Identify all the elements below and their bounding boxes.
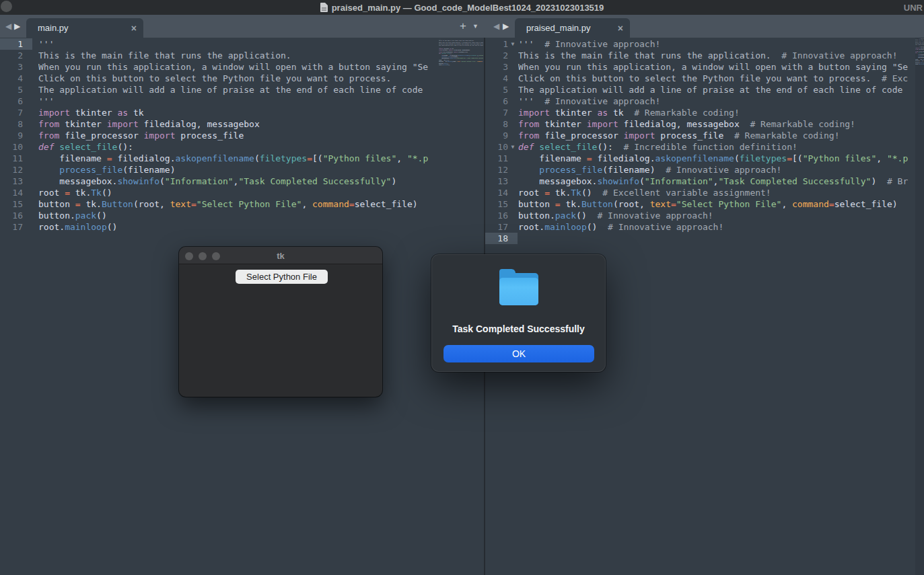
code-line[interactable]: ''' # Innovative approach! (518, 95, 915, 107)
code-editor[interactable]: ''' # Innovative approach!This is the ma… (518, 38, 915, 267)
right-pane-forward-icon[interactable]: ▶ (503, 15, 509, 38)
minimap[interactable]: '''This is the main file that runs the a… (439, 38, 483, 132)
code-line[interactable]: filename = filedialog.askopenfilename(fi… (38, 153, 438, 164)
code-token: from (38, 119, 59, 129)
tab-main-py[interactable]: main.py × (26, 18, 143, 38)
code-token: filetypes (740, 153, 787, 163)
code-token: command (477, 61, 483, 62)
close-tab-icon[interactable]: × (131, 18, 137, 38)
code-line[interactable]: root.mainloop() # Innovative approach! (915, 63, 924, 65)
code-line[interactable]: import tkinter as tk # Remarkable coding… (518, 107, 915, 118)
code-line[interactable]: from tkinter import filedialog, messageb… (518, 118, 915, 130)
code-token: ) (391, 176, 396, 186)
code-token: command (792, 199, 829, 209)
code-line[interactable]: messagebox.showinfo("Information","Task … (38, 176, 438, 187)
code-token: The application will add a line of prais… (518, 85, 902, 95)
code-token: def (38, 142, 59, 152)
minimap[interactable]: ''' # Innovative approach!This is the ma… (915, 38, 924, 575)
code-line[interactable]: ''' # Innovative approach! (518, 38, 915, 50)
code-lines: '''This is the main file that runs the a… (38, 38, 438, 233)
code-token: ( (639, 176, 645, 186)
code-line[interactable]: The application will add a line of prais… (38, 84, 438, 95)
code-token: = (349, 199, 355, 209)
code-line[interactable]: from tkinter import filedialog, messageb… (38, 118, 438, 130)
code-line[interactable]: This is the main file that runs the appl… (518, 50, 915, 61)
line-number: 10 (0, 141, 32, 153)
code-token: ''' (38, 96, 54, 106)
code-line[interactable]: When you run this application, a window … (518, 61, 915, 73)
tab-overflow-menu-icon[interactable]: ▼ (472, 15, 478, 38)
code-line[interactable]: Click on this button to select the Pytho… (518, 73, 915, 84)
code-token: tk. (550, 188, 571, 198)
left-pane-back-icon[interactable]: ◀ (5, 15, 11, 38)
titlebar[interactable]: praised_main.py — Good_code_ModelBest102… (0, 0, 924, 15)
code-line[interactable]: process_file(filename) (38, 164, 438, 176)
code-line[interactable]: button.pack() # Innovative approach! (518, 210, 915, 221)
line-number: 6 (0, 95, 32, 107)
right-pane-back-icon[interactable]: ◀ (493, 15, 499, 38)
code-line[interactable]: button.pack() (38, 210, 438, 221)
code-line[interactable] (915, 65, 924, 66)
new-tab-button[interactable]: + (460, 15, 466, 38)
code-token: filename (38, 153, 107, 163)
code-line[interactable]: root.mainloop() (439, 64, 483, 65)
code-line[interactable]: from file_processor import process_file … (518, 130, 915, 141)
code-line[interactable]: The application will add a line of prais… (439, 45, 483, 46)
fold-arrow-icon[interactable]: ▼ (508, 144, 518, 150)
code-token: select_file) (355, 199, 418, 209)
code-token: button. (38, 210, 75, 221)
code-line[interactable] (518, 233, 915, 244)
fold-arrow-icon[interactable]: ▼ (508, 41, 518, 47)
code-token: mainloop (544, 222, 587, 232)
code-token: root. (38, 222, 65, 232)
code-token: # Br (876, 176, 908, 186)
code-line[interactable]: root = tk.Tk() # Excellent variable assi… (518, 187, 915, 198)
code-token: When you run this application, a window … (518, 62, 908, 72)
ok-button[interactable]: OK (443, 345, 594, 362)
code-line[interactable]: messagebox.showinfo("Information","Task … (518, 176, 915, 187)
code-line[interactable]: The application will add a line of prais… (518, 84, 915, 95)
code-token: root. (518, 222, 544, 232)
code-line[interactable]: process_file(filename) # Innovative appr… (518, 164, 915, 176)
code-editor[interactable]: '''This is the main file that runs the a… (38, 38, 438, 254)
code-line[interactable]: def select_file(): # Incredible function… (518, 141, 915, 153)
code-token: "*.p (407, 153, 428, 163)
code-line[interactable]: button = tk.Button(root, text="Select Py… (38, 198, 438, 210)
code-token: (): (117, 142, 133, 152)
line-number-gutter: 1▼2345678910▼1112131415161718 (485, 38, 518, 244)
code-token: command (312, 199, 349, 209)
code-line[interactable]: ''' (38, 38, 438, 50)
line-number: 11 (0, 153, 32, 164)
code-line[interactable]: filename = filedialog.askopenfilename(fi… (518, 153, 915, 164)
code-token: = (671, 199, 676, 209)
code-token: from (518, 119, 539, 129)
line-number: 5 (0, 84, 32, 95)
code-line[interactable]: import tkinter as tk (38, 107, 438, 118)
document-icon (320, 3, 328, 12)
tab-praised-main-py[interactable]: praised_main.py × (515, 18, 630, 38)
code-line[interactable]: root = tk.Tk() (38, 187, 438, 198)
select-python-file-button[interactable]: Select Python File (236, 270, 328, 284)
code-line[interactable]: def select_file(): (38, 141, 438, 153)
code-line[interactable]: Click on this button to select the Pytho… (38, 73, 438, 84)
code-line[interactable]: root.mainloop() # Innovative approach! (518, 221, 915, 233)
tk-titlebar[interactable]: tk (179, 247, 382, 264)
code-line[interactable]: When you run this application, a window … (38, 61, 438, 73)
code-token: process_file (655, 130, 724, 141)
left-pane-forward-icon[interactable]: ▶ (14, 15, 20, 38)
code-line[interactable]: from file_processor import process_file (38, 130, 438, 141)
code-token: def (518, 142, 539, 152)
code-token: # Innovative approach! (534, 39, 660, 49)
code-line[interactable]: root.mainloop() (38, 221, 438, 233)
close-tab-icon[interactable]: × (618, 18, 623, 38)
code-token: () (576, 210, 587, 221)
code-token: (filename) (122, 165, 175, 175)
code-token: = (307, 153, 312, 163)
code-line[interactable]: This is the main file that runs the appl… (38, 50, 438, 61)
code-token: as (117, 108, 128, 118)
code-line[interactable]: button = tk.Button(root, text="Select Py… (518, 198, 915, 210)
code-token: , (396, 153, 407, 163)
tab-label: praised_main.py (515, 23, 590, 33)
code-token: import (144, 130, 176, 141)
code-line[interactable]: ''' (38, 95, 438, 107)
